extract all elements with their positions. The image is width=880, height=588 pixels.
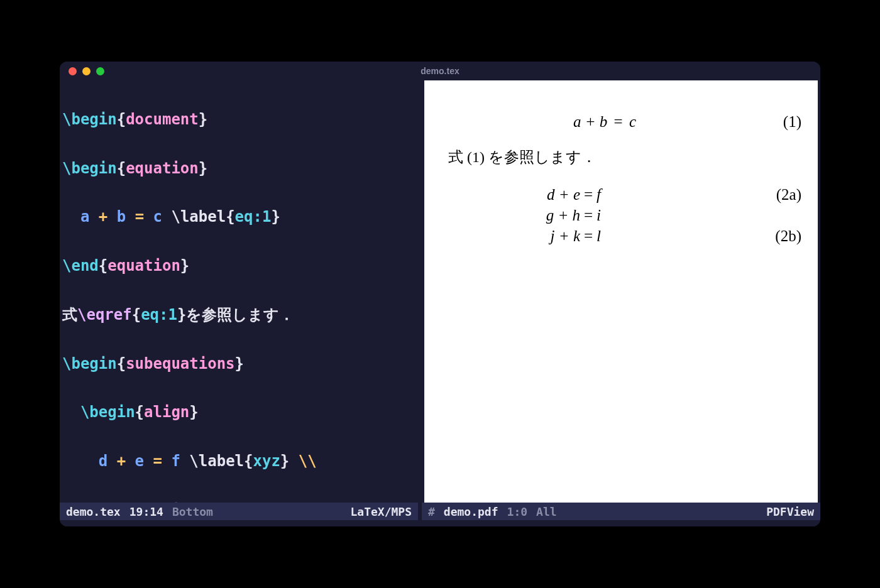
modeline-mode: PDFView — [766, 505, 814, 518]
env-equation: equation — [126, 160, 199, 177]
brace-open: { — [99, 257, 107, 275]
eq-rhs: i — [597, 207, 601, 224]
math-var: a — [80, 208, 89, 226]
math-var: e — [135, 452, 144, 470]
eq-lhs: a + b — [573, 113, 607, 130]
brace-open: { — [117, 111, 126, 128]
brace-open: { — [244, 452, 253, 470]
brace-open: { — [117, 355, 126, 373]
editor-pane: \begin{document} \begin{equation} a + b … — [60, 80, 418, 520]
eq-lhs: d + e — [448, 186, 580, 204]
modeline-scroll-pos: All — [536, 505, 557, 518]
modeline-prefix: # — [428, 505, 435, 518]
tok-begin: \begin — [80, 403, 135, 421]
modeline-filename: demo.pdf — [444, 505, 498, 518]
titlebar[interactable]: demo.tex — [60, 62, 820, 80]
math-var: b — [117, 208, 126, 226]
eq-sign: = — [580, 227, 597, 245]
ja-text: 式 — [62, 306, 77, 324]
tok-label: \label — [171, 208, 226, 226]
pdf-equation-2b: j + k=l (2b) — [448, 227, 801, 245]
modeline-scroll-pos: Bottom — [172, 505, 213, 518]
editor-modeline[interactable]: demo.tex 19:14 Bottom LaTeX/MPS — [60, 503, 418, 520]
eq-tag: (2b) — [761, 227, 801, 245]
eq-rhs: l — [597, 227, 601, 245]
zoom-icon[interactable] — [96, 67, 104, 75]
tok-end: \end — [62, 257, 99, 275]
math-var: c — [153, 208, 162, 226]
split-panes: \begin{document} \begin{equation} a + b … — [60, 80, 820, 520]
eq-rhs: f — [597, 186, 601, 204]
math-op: + — [99, 208, 107, 226]
modeline-cursor-pos: 1:0 — [507, 505, 528, 518]
modeline-mode: LaTeX/MPS — [350, 505, 412, 518]
pdf-equation-2a: d + e=f (2a) — [448, 186, 801, 204]
brace-close: } — [189, 403, 198, 421]
tok-begin: \begin — [62, 160, 117, 177]
app-window: demo.tex \begin{document} \begin{equatio… — [60, 62, 820, 526]
env-align: align — [144, 403, 189, 421]
arg-eq1: eq:1 — [141, 306, 177, 324]
env-subequations: subequations — [126, 355, 234, 373]
minibuffer[interactable] — [60, 520, 820, 526]
eq-tag: (2a) — [761, 186, 801, 204]
brace-close: } — [180, 257, 189, 275]
close-icon[interactable] — [69, 67, 77, 75]
tok-begin: \begin — [62, 355, 117, 373]
math-op: + — [117, 452, 126, 470]
brace-close: } — [199, 111, 207, 128]
brace-open: { — [132, 306, 141, 324]
brace-open: { — [226, 208, 234, 226]
brace-close: } — [235, 355, 244, 373]
brace-close: } — [199, 160, 207, 177]
brace-close: } — [177, 306, 186, 324]
modeline-filename: demo.tex — [66, 505, 121, 518]
arg-eq1: eq:1 — [235, 208, 272, 226]
tok-label: \label — [189, 452, 244, 470]
brace-open: { — [135, 403, 144, 421]
pdf-align-block: d + e=f (2a) g + h=i j + k=l — [448, 186, 801, 245]
pdf-content[interactable]: a + b = c (1) 式 (1) を参照します． d + e=f (2a) — [424, 80, 818, 503]
pdf-pane: a + b = c (1) 式 (1) を参照します． d + e=f (2a) — [422, 80, 820, 520]
tok-backslash: \\ — [299, 452, 317, 470]
window-title: demo.tex — [421, 66, 459, 76]
pdf-equation-2-notag: g + h=i — [448, 207, 801, 224]
ja-text: を参照します． — [186, 306, 294, 324]
eq-tag: (1) — [761, 113, 801, 131]
tok-eqref: \eqref — [77, 306, 132, 324]
modeline-cursor-pos: 19:14 — [129, 505, 163, 518]
traffic-lights — [69, 67, 104, 75]
brace-close: } — [271, 208, 280, 226]
env-document: document — [126, 111, 199, 128]
eq-sign: = — [580, 207, 597, 224]
brace-close: } — [280, 452, 289, 470]
eq-sign: = — [612, 113, 625, 130]
brace-open: { — [117, 160, 126, 177]
math-var: f — [171, 452, 180, 470]
arg-xyz: xyz — [253, 452, 280, 470]
editor-content[interactable]: \begin{document} \begin{equation} a + b … — [60, 80, 418, 503]
tok-begin: \begin — [62, 111, 117, 128]
pdf-equation-1: a + b = c (1) — [448, 113, 801, 131]
env-equation: equation — [107, 257, 180, 275]
math-op: = — [153, 452, 162, 470]
math-op: = — [135, 208, 144, 226]
eq-sign: = — [580, 186, 597, 204]
pdf-ref-line: 式 (1) を参照します． — [448, 147, 801, 167]
pdf-modeline[interactable]: # demo.pdf 1:0 All PDFView — [422, 503, 820, 520]
eq-lhs: g + h — [448, 207, 580, 224]
minimize-icon[interactable] — [82, 67, 91, 75]
eq-lhs: j + k — [448, 227, 580, 245]
eq-rhs: c — [629, 113, 636, 130]
math-var: d — [99, 452, 107, 470]
